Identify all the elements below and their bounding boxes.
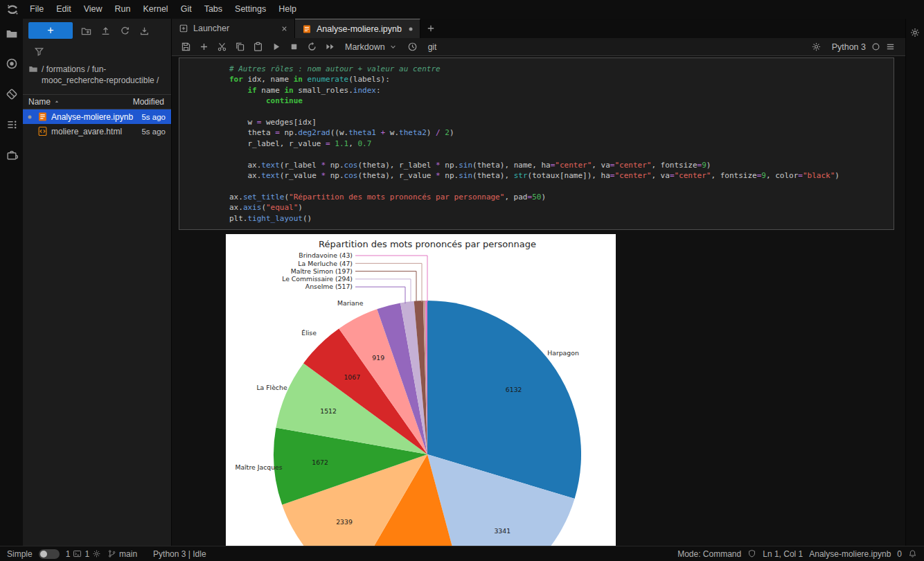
cell-type-label: Markdown xyxy=(345,42,385,52)
run-all-button[interactable] xyxy=(321,39,338,55)
kernel-name[interactable]: Python 3 xyxy=(832,42,866,52)
plus-icon xyxy=(426,24,436,33)
simple-mode-toggle[interactable] xyxy=(39,549,60,559)
hamburger-icon xyxy=(885,42,896,52)
running-icon xyxy=(6,57,18,70)
toolbar-overflow-button[interactable] xyxy=(882,39,898,55)
activity-git[interactable] xyxy=(6,88,18,100)
wedge-label: Maître Jacques xyxy=(236,463,283,471)
code-cell[interactable]: # Autres rôles : nom autour + valeur au … xyxy=(179,57,894,230)
column-name[interactable]: Name xyxy=(28,97,133,107)
activity-running[interactable] xyxy=(6,57,18,70)
tab-analyse-moliere-ipynb[interactable]: Analyse-moliere.ipynb xyxy=(295,19,420,38)
wedge-value: 1067 xyxy=(344,373,360,381)
file-name: Analyse-moliere.ipynb xyxy=(51,112,138,122)
git-branch-indicator[interactable]: main xyxy=(107,549,137,559)
terminals-count: 1 xyxy=(66,549,71,559)
cell-type-dropdown[interactable]: Markdown xyxy=(345,42,398,52)
activity-files[interactable] xyxy=(6,27,18,39)
tab-dirty-icon xyxy=(407,26,414,33)
copy-button[interactable] xyxy=(231,39,248,55)
insert-icon xyxy=(199,42,209,52)
new-folder-button[interactable] xyxy=(81,26,91,36)
git-branch-name: main xyxy=(119,549,137,559)
execution-time-button[interactable] xyxy=(405,39,421,55)
code-editor[interactable]: # Autres rôles : nom autour + valeur au … xyxy=(224,58,894,229)
wedge-label: Harpagon xyxy=(547,349,579,357)
launcher-icon xyxy=(179,24,188,33)
menu-list: FileEditViewRunKernelGitTabsSettingsHelp xyxy=(24,0,303,19)
tab-label: Analyse-moliere.ipynb xyxy=(317,24,402,34)
running-sessions[interactable]: 1 1 xyxy=(66,549,101,559)
bell-icon[interactable] xyxy=(908,549,917,558)
callout-line xyxy=(355,263,422,302)
tab-close-button[interactable] xyxy=(280,24,289,33)
command-mode-indicator: Mode: Command xyxy=(677,549,741,559)
stop-button[interactable] xyxy=(285,39,302,55)
cell-prompt xyxy=(179,58,224,229)
menu-help[interactable]: Help xyxy=(272,0,303,19)
activity-toc[interactable] xyxy=(6,118,18,131)
new-folder-icon xyxy=(81,26,91,36)
menu-file[interactable]: File xyxy=(24,0,50,19)
refresh-button[interactable] xyxy=(120,26,130,36)
file-list-header: Name Modified xyxy=(23,94,171,109)
file-row[interactable]: moliere_avare.html5s ago xyxy=(23,124,171,139)
folder-icon xyxy=(28,64,38,86)
restart-icon xyxy=(307,42,317,52)
paste-button[interactable] xyxy=(249,39,266,55)
callout-label: Anselme (517) xyxy=(305,283,353,290)
kernel-settings-button[interactable] xyxy=(808,39,825,55)
filter-funnel-icon[interactable] xyxy=(34,46,44,57)
activity-property-inspector[interactable] xyxy=(909,27,921,38)
wedge-label: La Flèche xyxy=(256,384,287,391)
menu-settings[interactable]: Settings xyxy=(229,0,272,19)
kernel-status-circle-icon[interactable] xyxy=(871,42,880,51)
run-button[interactable] xyxy=(267,39,284,55)
wedge-label: Élise xyxy=(301,329,317,337)
kernel-status-text[interactable]: Python 3 | Idle xyxy=(153,549,206,559)
add-tab-button[interactable] xyxy=(420,19,441,38)
tab-bar: LauncherAnalyse-moliere.ipynb xyxy=(172,19,905,38)
save-button[interactable] xyxy=(177,39,194,55)
restart-button[interactable] xyxy=(303,39,320,55)
column-modified[interactable]: Modified xyxy=(133,97,164,107)
toc-icon xyxy=(6,118,18,131)
file-row[interactable]: Analyse-moliere.ipynb5s ago xyxy=(23,109,171,124)
wedge-value: 1512 xyxy=(320,407,337,415)
wedge-value: 6132 xyxy=(506,386,522,393)
sort-caret-icon xyxy=(53,98,60,105)
cursor-position[interactable]: Ln 1, Col 1 xyxy=(763,549,803,559)
upload-button[interactable] xyxy=(100,26,111,36)
menu-run[interactable]: Run xyxy=(109,0,137,19)
run-all-icon xyxy=(325,42,335,52)
tools-gear-icon xyxy=(909,27,921,38)
tab-label: Launcher xyxy=(193,24,229,33)
clone-button[interactable] xyxy=(139,26,150,36)
menu-edit[interactable]: Edit xyxy=(50,0,78,19)
git-toolbar-label[interactable]: git xyxy=(428,42,437,52)
chevron-down-icon xyxy=(389,42,398,51)
wedge-value: 3341 xyxy=(494,527,510,535)
new-launcher-button[interactable]: + xyxy=(28,22,73,39)
file-type-html-icon xyxy=(37,126,48,136)
wedge-value: 1672 xyxy=(312,458,328,466)
save-icon xyxy=(181,42,191,52)
insert-button[interactable] xyxy=(195,39,212,55)
cut-button[interactable] xyxy=(213,39,230,55)
notifications-count[interactable]: 0 xyxy=(897,549,902,559)
gear-icon xyxy=(811,42,821,52)
simple-mode-label: Simple xyxy=(7,549,33,559)
breadcrumb[interactable]: / formations / fun-mooc_recherche-reprod… xyxy=(23,60,171,89)
menu-git[interactable]: Git xyxy=(175,0,198,19)
kernel-running-icon xyxy=(26,114,33,121)
activity-extensions[interactable] xyxy=(6,149,18,161)
menu-kernel[interactable]: Kernel xyxy=(137,0,175,19)
breadcrumb-path: / formations / fun-mooc_recherche-reprod… xyxy=(42,64,164,86)
active-file-name: Analyse-moliere.ipynb xyxy=(809,549,891,559)
left-activity-bar xyxy=(0,19,23,546)
jupyter-logo-icon xyxy=(6,3,19,16)
menu-tabs[interactable]: Tabs xyxy=(198,0,229,19)
tab-launcher[interactable]: Launcher xyxy=(172,19,295,38)
menu-view[interactable]: View xyxy=(78,0,109,19)
